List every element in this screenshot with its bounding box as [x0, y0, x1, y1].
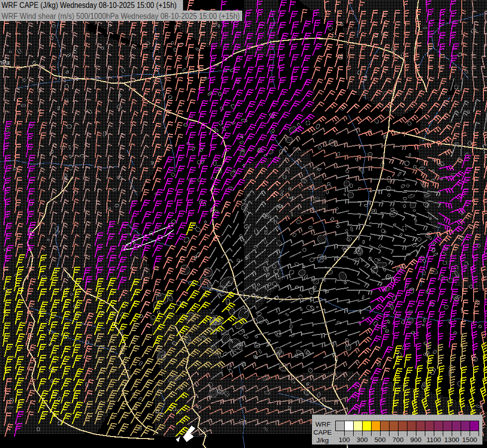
svg-text:WRF Wind shear (m/s) 500/1000h: WRF Wind shear (m/s) 500/1000hPa Wednesd… [1, 12, 240, 20]
svg-text:900: 900 [410, 436, 422, 444]
svg-text:300: 300 [357, 436, 368, 444]
svg-text:WRF CAPE (J/kg) Wednesday 08-1: WRF CAPE (J/kg) Wednesday 08-10-2025 15:… [1, 1, 177, 9]
svg-text:100: 100 [339, 436, 350, 444]
svg-text:700: 700 [392, 436, 404, 444]
svg-text:CAPE: CAPE [313, 429, 332, 436]
svg-text:1300: 1300 [444, 436, 459, 444]
svg-text:WRF: WRF [315, 421, 331, 428]
svg-text:1100: 1100 [426, 436, 441, 444]
svg-text:J/kg: J/kg [316, 437, 329, 444]
svg-text:500: 500 [375, 436, 386, 444]
svg-text:hPa: hPa [0, 59, 10, 66]
svg-text:1500: 1500 [462, 436, 477, 444]
